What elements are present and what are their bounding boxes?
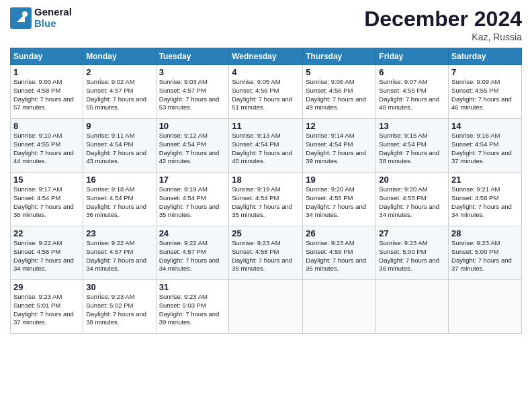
table-row: 9Sunrise: 9:11 AMSunset: 4:54 PMDaylight… xyxy=(83,119,156,173)
day-info: Sunrise: 9:17 AMSunset: 4:54 PMDaylight:… xyxy=(13,185,80,220)
day-number: 6 xyxy=(379,67,445,77)
day-info: Sunrise: 9:06 AMSunset: 4:56 PMDaylight:… xyxy=(306,78,373,112)
day-info: Sunrise: 9:16 AMSunset: 4:54 PMDaylight:… xyxy=(451,132,519,166)
table-row: 8Sunrise: 9:10 AMSunset: 4:55 PMDaylight… xyxy=(11,119,83,173)
col-monday: Monday xyxy=(83,48,156,65)
table-row: 15Sunrise: 9:17 AMSunset: 4:54 PMDayligh… xyxy=(11,173,83,226)
table-row: 25Sunrise: 9:23 AMSunset: 4:58 PMDayligh… xyxy=(229,226,303,280)
col-saturday: Saturday xyxy=(449,48,522,65)
day-number: 18 xyxy=(232,175,300,185)
day-number: 8 xyxy=(13,121,80,131)
table-row: 2Sunrise: 9:02 AMSunset: 4:57 PMDaylight… xyxy=(83,65,156,119)
table-row: 14Sunrise: 9:16 AMSunset: 4:54 PMDayligh… xyxy=(449,119,522,173)
day-info: Sunrise: 9:20 AMSunset: 4:55 PMDaylight:… xyxy=(379,185,445,220)
table-row: 13Sunrise: 9:15 AMSunset: 4:54 PMDayligh… xyxy=(376,119,449,173)
logo-icon xyxy=(10,7,32,29)
table-row xyxy=(229,280,303,334)
day-number: 13 xyxy=(379,121,445,131)
day-number: 24 xyxy=(159,228,226,238)
table-row: 29Sunrise: 9:23 AMSunset: 5:01 PMDayligh… xyxy=(11,280,83,334)
day-info: Sunrise: 9:00 AMSunset: 4:58 PMDaylight:… xyxy=(13,78,80,112)
day-number: 3 xyxy=(159,67,226,77)
day-info: Sunrise: 9:02 AMSunset: 4:57 PMDaylight:… xyxy=(86,78,152,112)
day-number: 5 xyxy=(306,67,373,77)
table-row: 21Sunrise: 9:21 AMSunset: 4:56 PMDayligh… xyxy=(449,173,522,226)
table-row xyxy=(303,280,376,334)
col-wednesday: Wednesday xyxy=(229,48,303,65)
calendar-title: December 2024 xyxy=(364,7,522,32)
calendar-week-row: 1Sunrise: 9:00 AMSunset: 4:58 PMDaylight… xyxy=(11,65,522,119)
day-number: 19 xyxy=(306,175,373,185)
day-number: 2 xyxy=(86,67,152,77)
day-info: Sunrise: 9:23 AMSunset: 5:02 PMDaylight:… xyxy=(86,293,152,327)
day-info: Sunrise: 9:09 AMSunset: 4:55 PMDaylight:… xyxy=(451,78,519,112)
day-number: 14 xyxy=(451,121,519,131)
day-number: 11 xyxy=(232,121,300,131)
table-row: 16Sunrise: 9:18 AMSunset: 4:54 PMDayligh… xyxy=(83,173,156,226)
day-number: 23 xyxy=(86,228,152,238)
day-number: 30 xyxy=(86,282,152,292)
table-row: 18Sunrise: 9:19 AMSunset: 4:54 PMDayligh… xyxy=(229,173,303,226)
col-thursday: Thursday xyxy=(303,48,376,65)
day-info: Sunrise: 9:10 AMSunset: 4:55 PMDaylight:… xyxy=(13,132,80,166)
table-row: 19Sunrise: 9:20 AMSunset: 4:55 PMDayligh… xyxy=(303,173,376,226)
calendar-week-row: 15Sunrise: 9:17 AMSunset: 4:54 PMDayligh… xyxy=(11,173,522,226)
day-info: Sunrise: 9:14 AMSunset: 4:54 PMDaylight:… xyxy=(306,132,373,166)
table-row: 12Sunrise: 9:14 AMSunset: 4:54 PMDayligh… xyxy=(303,119,376,173)
table-row: 7Sunrise: 9:09 AMSunset: 4:55 PMDaylight… xyxy=(449,65,522,119)
day-info: Sunrise: 9:23 AMSunset: 4:58 PMDaylight:… xyxy=(232,239,300,273)
table-row: 6Sunrise: 9:07 AMSunset: 4:55 PMDaylight… xyxy=(376,65,449,119)
day-number: 9 xyxy=(86,121,152,131)
col-tuesday: Tuesday xyxy=(156,48,229,65)
day-info: Sunrise: 9:07 AMSunset: 4:55 PMDaylight:… xyxy=(379,78,445,112)
day-number: 15 xyxy=(13,175,80,185)
svg-point-2 xyxy=(22,11,28,17)
day-info: Sunrise: 9:18 AMSunset: 4:54 PMDaylight:… xyxy=(86,185,152,220)
calendar-week-row: 29Sunrise: 9:23 AMSunset: 5:01 PMDayligh… xyxy=(11,280,522,334)
table-row: 30Sunrise: 9:23 AMSunset: 5:02 PMDayligh… xyxy=(83,280,156,334)
day-info: Sunrise: 9:11 AMSunset: 4:54 PMDaylight:… xyxy=(86,132,152,166)
day-number: 21 xyxy=(451,175,519,185)
table-row: 26Sunrise: 9:23 AMSunset: 4:59 PMDayligh… xyxy=(303,226,376,280)
day-number: 16 xyxy=(86,175,152,185)
calendar-week-row: 8Sunrise: 9:10 AMSunset: 4:55 PMDaylight… xyxy=(11,119,522,173)
day-info: Sunrise: 9:22 AMSunset: 4:57 PMDaylight:… xyxy=(86,239,152,273)
day-info: Sunrise: 9:13 AMSunset: 4:54 PMDaylight:… xyxy=(232,132,300,166)
calendar-week-row: 22Sunrise: 9:22 AMSunset: 4:56 PMDayligh… xyxy=(11,226,522,280)
day-info: Sunrise: 9:23 AMSunset: 5:00 PMDaylight:… xyxy=(451,239,519,273)
table-row xyxy=(376,280,449,334)
day-number: 12 xyxy=(306,121,373,131)
day-info: Sunrise: 9:23 AMSunset: 4:59 PMDaylight:… xyxy=(306,239,373,273)
title-block: December 2024 Kaz, Russia xyxy=(364,7,522,42)
day-number: 20 xyxy=(379,175,445,185)
day-info: Sunrise: 9:19 AMSunset: 4:54 PMDaylight:… xyxy=(159,185,226,220)
day-number: 29 xyxy=(13,282,80,292)
table-row: 1Sunrise: 9:00 AMSunset: 4:58 PMDaylight… xyxy=(11,65,83,119)
table-row: 5Sunrise: 9:06 AMSunset: 4:56 PMDaylight… xyxy=(303,65,376,119)
day-number: 10 xyxy=(159,121,226,131)
logo: General Blue xyxy=(10,7,72,29)
col-sunday: Sunday xyxy=(11,48,83,65)
calendar-header-row: Sunday Monday Tuesday Wednesday Thursday… xyxy=(11,48,522,65)
day-number: 1 xyxy=(13,67,80,77)
calendar-subtitle: Kaz, Russia xyxy=(364,32,522,42)
table-row: 22Sunrise: 9:22 AMSunset: 4:56 PMDayligh… xyxy=(11,226,83,280)
table-row: 3Sunrise: 9:03 AMSunset: 4:57 PMDaylight… xyxy=(156,65,229,119)
header: General Blue December 2024 Kaz, Russia xyxy=(10,7,522,42)
day-number: 31 xyxy=(159,282,226,292)
day-number: 22 xyxy=(13,228,80,238)
day-number: 17 xyxy=(159,175,226,185)
table-row xyxy=(449,280,522,334)
day-info: Sunrise: 9:20 AMSunset: 4:55 PMDaylight:… xyxy=(306,185,373,220)
table-row: 4Sunrise: 9:05 AMSunset: 4:56 PMDaylight… xyxy=(229,65,303,119)
day-info: Sunrise: 9:22 AMSunset: 4:56 PMDaylight:… xyxy=(13,239,80,273)
day-number: 26 xyxy=(306,228,373,238)
day-number: 7 xyxy=(451,67,519,77)
table-row: 28Sunrise: 9:23 AMSunset: 5:00 PMDayligh… xyxy=(449,226,522,280)
table-row: 24Sunrise: 9:22 AMSunset: 4:57 PMDayligh… xyxy=(156,226,229,280)
day-info: Sunrise: 9:03 AMSunset: 4:57 PMDaylight:… xyxy=(159,78,226,112)
col-friday: Friday xyxy=(376,48,449,65)
table-row: 23Sunrise: 9:22 AMSunset: 4:57 PMDayligh… xyxy=(83,226,156,280)
day-info: Sunrise: 9:12 AMSunset: 4:54 PMDaylight:… xyxy=(159,132,226,166)
day-info: Sunrise: 9:19 AMSunset: 4:54 PMDaylight:… xyxy=(232,185,300,220)
